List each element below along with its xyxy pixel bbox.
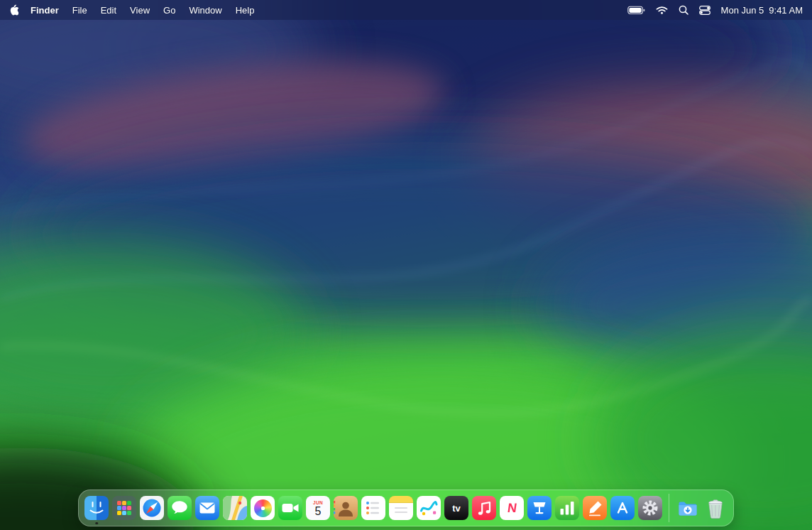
battery-icon[interactable] bbox=[627, 6, 645, 15]
dock-item-mail[interactable] bbox=[195, 496, 219, 520]
clock-date: Mon Jun 5 bbox=[721, 5, 764, 16]
bar-chart-icon bbox=[555, 496, 579, 520]
dock-item-reminders[interactable] bbox=[361, 496, 385, 520]
menu-item-finder[interactable]: Finder bbox=[31, 5, 59, 16]
freeform-squiggle-icon bbox=[417, 496, 441, 520]
dock-item-facetime[interactable] bbox=[278, 496, 302, 520]
status-area: Mon Jun 5 9:41 AM bbox=[627, 5, 803, 16]
podium-icon bbox=[527, 496, 552, 520]
speech-bubble-icon bbox=[168, 496, 192, 520]
dock-item-messages[interactable] bbox=[168, 496, 192, 520]
calendar-day-label: 5 bbox=[315, 505, 322, 518]
dock: JUN 5 tv bbox=[78, 490, 734, 526]
dock-item-calendar[interactable]: JUN 5 bbox=[306, 496, 330, 520]
checklist-icon bbox=[361, 496, 385, 520]
wifi-icon[interactable] bbox=[656, 6, 668, 14]
dock-item-app-store[interactable] bbox=[610, 496, 635, 520]
menu-item-edit[interactable]: Edit bbox=[101, 5, 116, 16]
apple-menu[interactable] bbox=[9, 4, 18, 16]
dock-item-safari[interactable] bbox=[140, 496, 164, 520]
dock-item-contacts[interactable] bbox=[334, 496, 358, 520]
dock-item-maps[interactable] bbox=[223, 496, 247, 520]
dock-item-system-settings[interactable] bbox=[638, 496, 662, 520]
dock-item-numbers[interactable] bbox=[555, 496, 579, 520]
person-silhouette-icon bbox=[334, 496, 358, 520]
menu-bar: Finder File Edit View Go Window Help bbox=[0, 0, 812, 20]
video-camera-icon bbox=[278, 496, 302, 520]
photos-pinwheel-icon bbox=[254, 499, 272, 517]
clock-time: 9:41 AM bbox=[769, 5, 803, 16]
control-center-icon[interactable] bbox=[699, 6, 710, 15]
safari-compass-icon bbox=[140, 496, 164, 520]
dock-item-music[interactable] bbox=[472, 496, 496, 520]
dock-item-pages[interactable] bbox=[583, 496, 607, 520]
downloads-folder-icon bbox=[676, 496, 700, 520]
envelope-icon bbox=[195, 496, 219, 520]
music-note-icon bbox=[472, 496, 496, 520]
dock-item-photos[interactable] bbox=[251, 496, 275, 520]
apple-logo-icon bbox=[9, 4, 18, 16]
running-indicator bbox=[95, 522, 98, 525]
dock-item-keynote[interactable] bbox=[527, 496, 552, 520]
dock-item-trash[interactable] bbox=[703, 496, 728, 520]
dock-item-freeform[interactable] bbox=[417, 496, 441, 520]
spotlight-search-icon[interactable] bbox=[679, 5, 688, 15]
menu-item-window[interactable]: Window bbox=[189, 5, 221, 16]
app-store-a-icon bbox=[610, 496, 635, 520]
app-menus: Finder File Edit View Go Window Help bbox=[31, 5, 254, 16]
map-icon bbox=[223, 496, 247, 520]
menu-item-view[interactable]: View bbox=[130, 5, 150, 16]
notepad-icon bbox=[389, 496, 413, 520]
desktop-wallpaper[interactable] bbox=[0, 0, 812, 530]
dock-item-finder[interactable] bbox=[84, 496, 109, 520]
pen-icon bbox=[583, 496, 607, 520]
dock-item-news[interactable]: N bbox=[500, 496, 524, 520]
finder-face-icon bbox=[84, 496, 109, 520]
gear-icon bbox=[638, 496, 662, 520]
menu-item-go[interactable]: Go bbox=[163, 5, 175, 16]
dock-item-launchpad[interactable] bbox=[112, 496, 136, 520]
launchpad-grid-icon bbox=[112, 496, 136, 520]
menu-item-file[interactable]: File bbox=[72, 5, 87, 16]
menu-bar-clock[interactable]: Mon Jun 5 9:41 AM bbox=[721, 5, 803, 16]
trash-can-icon bbox=[703, 496, 728, 520]
dock-item-tv[interactable]: tv bbox=[444, 496, 468, 520]
dock-item-downloads[interactable] bbox=[676, 496, 700, 520]
news-logo-label: N bbox=[506, 502, 517, 514]
menu-item-help[interactable]: Help bbox=[236, 5, 255, 16]
dock-item-notes[interactable] bbox=[389, 496, 413, 520]
dock-separator bbox=[669, 494, 669, 522]
tv-logo-label: tv bbox=[452, 504, 461, 513]
